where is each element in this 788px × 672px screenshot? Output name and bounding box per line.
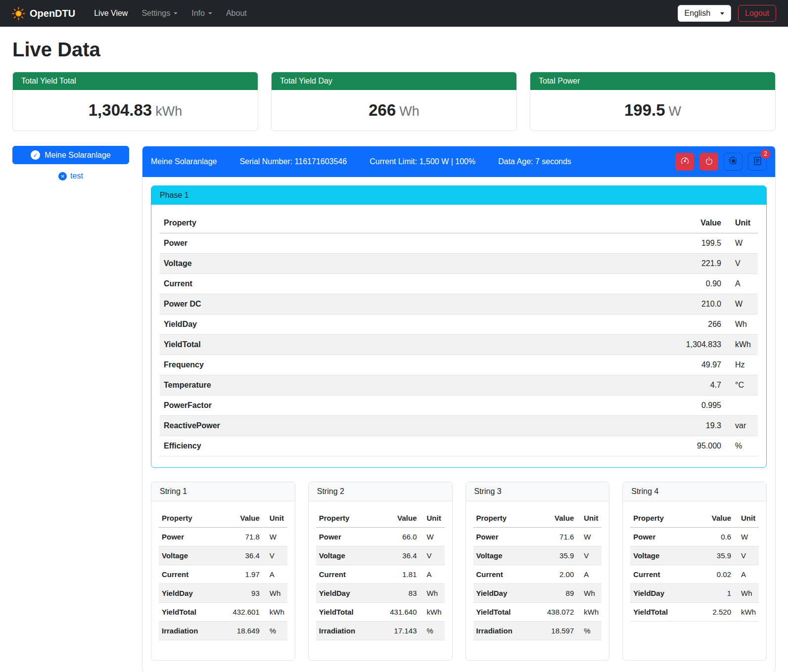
property-cell: YieldTotal bbox=[630, 603, 700, 622]
value-cell: 4.7 bbox=[671, 375, 725, 396]
event-log-button[interactable]: 2 bbox=[748, 153, 767, 171]
unit-cell: W bbox=[725, 294, 758, 314]
value-header: Value bbox=[700, 509, 734, 528]
table-header-row: Property Value Unit bbox=[159, 509, 287, 528]
summary-unit: Wh bbox=[399, 104, 419, 119]
value-cell: 0.02 bbox=[700, 565, 734, 584]
unit-cell: W bbox=[725, 233, 758, 254]
unit-cell: kWh bbox=[263, 603, 287, 622]
value-cell: 66.0 bbox=[386, 528, 420, 546]
property-header: Property bbox=[630, 509, 700, 528]
property-cell: Current bbox=[316, 565, 386, 584]
unit-cell: V bbox=[577, 546, 602, 565]
table-header-row: Property Value Unit bbox=[160, 213, 758, 233]
property-cell: Efficiency bbox=[160, 436, 671, 456]
property-cell: Current bbox=[473, 565, 544, 584]
nav-item-live-view[interactable]: Live View bbox=[88, 5, 134, 22]
unit-header: Unit bbox=[577, 509, 602, 528]
summary-value: 266 bbox=[369, 101, 396, 119]
table-row: Irradiation 17.143 % bbox=[316, 622, 445, 640]
limit-settings-button[interactable] bbox=[675, 153, 694, 171]
table-row: Current 2.00 A bbox=[473, 565, 602, 584]
nav-item-label: About bbox=[226, 9, 247, 18]
unit-cell: Hz bbox=[725, 355, 758, 375]
property-cell: YieldDay bbox=[160, 314, 671, 335]
inverter-panel-header: Meine Solaranlage Serial Number: 1161716… bbox=[142, 146, 775, 177]
unit-cell: A bbox=[725, 274, 758, 294]
inverter-item-test[interactable]: ✕ test bbox=[12, 172, 129, 180]
property-header: Property bbox=[159, 509, 229, 528]
string-title: String 1 bbox=[151, 482, 295, 501]
string-table: Property Value Unit Power bbox=[316, 509, 445, 640]
table-row: Voltage 35.9 V bbox=[473, 546, 602, 565]
power-button[interactable] bbox=[699, 153, 718, 171]
table-row: YieldTotal 438.072 kWh bbox=[473, 603, 602, 622]
value-header: Value bbox=[229, 509, 263, 528]
unit-header: Unit bbox=[420, 509, 445, 528]
property-cell: YieldDay bbox=[159, 584, 229, 603]
logout-button[interactable]: Logout bbox=[738, 5, 776, 22]
nav-item-settings[interactable]: Settings bbox=[136, 5, 184, 22]
property-header: Property bbox=[160, 213, 671, 233]
unit-cell: W bbox=[577, 528, 602, 546]
chevron-down-icon bbox=[174, 12, 178, 14]
navbar: OpenDTU Live View Settings Info About En… bbox=[0, 0, 788, 27]
unit-cell: var bbox=[725, 416, 758, 436]
unit-cell: Wh bbox=[263, 584, 287, 603]
table-row: ReactivePower 19.3 var bbox=[160, 416, 758, 436]
unit-header: Unit bbox=[725, 213, 758, 233]
unit-cell: % bbox=[420, 622, 445, 640]
nav-item-info[interactable]: Info bbox=[185, 5, 218, 22]
table-header-row: Property Value Unit bbox=[316, 509, 445, 528]
property-cell: Irradiation bbox=[159, 622, 229, 640]
unit-cell: A bbox=[577, 565, 602, 584]
unit-cell: % bbox=[577, 622, 602, 640]
nav-item-about[interactable]: About bbox=[220, 5, 253, 22]
journal-icon bbox=[753, 156, 762, 167]
table-row: Power 66.0 W bbox=[316, 528, 445, 546]
unit-cell: Wh bbox=[734, 584, 759, 603]
table-row: YieldDay 1 Wh bbox=[630, 584, 759, 603]
string-card-4: String 4 Property Value Unit bbox=[622, 482, 767, 661]
value-cell: 0.6 bbox=[700, 528, 734, 546]
string-body: Property Value Unit Power bbox=[309, 501, 452, 660]
inverter-select-button[interactable]: ✓ Meine Solaranlage bbox=[12, 146, 129, 164]
table-row: Voltage 36.4 V bbox=[316, 546, 445, 565]
value-cell: 221.9 bbox=[671, 254, 725, 274]
table-row: Temperature 4.7 °C bbox=[160, 375, 758, 396]
string-body: Property Value Unit Power bbox=[466, 501, 609, 660]
value-cell: 71.6 bbox=[543, 528, 577, 546]
nav-item-label: Live View bbox=[94, 9, 128, 18]
main-content: Live Data Total Yield Total 1,304.83kWh … bbox=[0, 27, 788, 672]
unit-cell: Wh bbox=[577, 584, 602, 603]
table-row: YieldDay 93 Wh bbox=[159, 584, 287, 603]
property-cell: Current bbox=[160, 274, 671, 294]
unit-cell: A bbox=[734, 565, 759, 584]
property-cell: Voltage bbox=[630, 546, 700, 565]
sun-icon bbox=[12, 7, 25, 20]
property-cell: Frequency bbox=[160, 355, 671, 375]
phase-card: Phase 1 Property Value Unit bbox=[151, 185, 767, 468]
brand[interactable]: OpenDTU bbox=[12, 7, 75, 20]
table-row: YieldTotal 2.520 kWh bbox=[630, 603, 759, 622]
value-cell: 95.000 bbox=[671, 436, 725, 456]
table-row: Voltage 221.9 V bbox=[160, 254, 758, 274]
language-select[interactable]: English bbox=[678, 5, 731, 22]
summary-value: 1,304.83 bbox=[89, 101, 152, 119]
table-row: Irradiation 18.597 % bbox=[473, 622, 602, 640]
property-header: Property bbox=[316, 509, 386, 528]
page-title: Live Data bbox=[12, 39, 776, 61]
summary-card-value-row: 266Wh bbox=[272, 90, 516, 131]
value-cell: 35.9 bbox=[700, 546, 734, 565]
table-row: YieldTotal 432.601 kWh bbox=[159, 603, 287, 622]
device-info-button[interactable] bbox=[724, 153, 742, 171]
summary-unit: kWh bbox=[155, 104, 182, 119]
table-row: Current 1.81 A bbox=[316, 565, 445, 584]
summary-unit: W bbox=[669, 104, 681, 119]
string-card-3: String 3 Property Value Unit bbox=[465, 482, 610, 661]
property-cell: Power bbox=[316, 528, 386, 546]
property-cell: Irradiation bbox=[316, 622, 386, 640]
unit-cell: W bbox=[420, 528, 445, 546]
value-cell: 17.143 bbox=[386, 622, 420, 640]
table-row: YieldDay 83 Wh bbox=[316, 584, 445, 603]
